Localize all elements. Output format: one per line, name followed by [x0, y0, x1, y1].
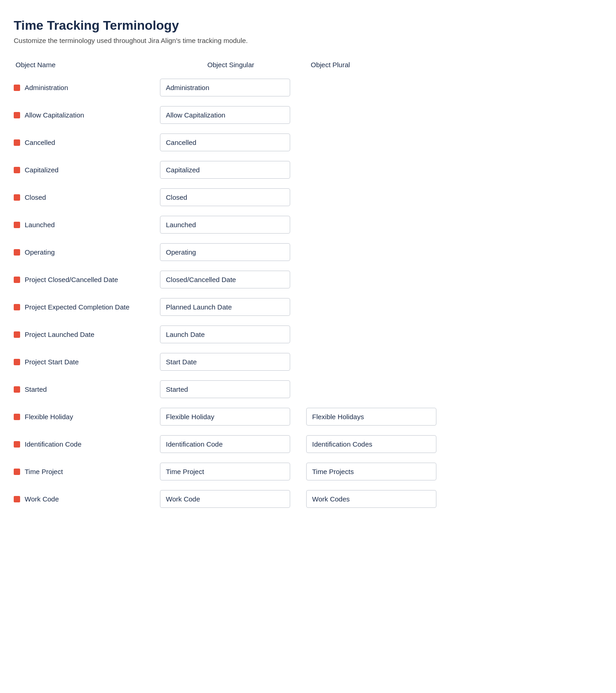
object-name-label-allow-capitalization: Allow Capitalization: [25, 111, 84, 119]
object-name-started: Started: [14, 385, 160, 393]
singular-cell-operating: [160, 243, 302, 261]
plural-cell-work-code: [302, 490, 443, 508]
plural-input-identification-code[interactable]: [306, 435, 436, 453]
object-name-label-identification-code: Identification Code: [25, 440, 81, 448]
object-name-closed: Closed: [14, 193, 160, 201]
singular-input-project-closed-cancelled-date[interactable]: [160, 271, 290, 288]
object-name-label-project-launched-date: Project Launched Date: [25, 331, 95, 338]
page-subtitle: Customize the terminology used throughou…: [14, 37, 602, 44]
singular-cell-project-start-date: [160, 353, 302, 371]
singular-input-identification-code[interactable]: [160, 435, 290, 453]
singular-cell-launched: [160, 216, 302, 234]
object-name-launched: Launched: [14, 221, 160, 229]
red-indicator-operating: [14, 249, 20, 256]
singular-input-project-start-date[interactable]: [160, 353, 290, 371]
singular-cell-project-closed-cancelled-date: [160, 271, 302, 288]
term-row-administration: Administration: [14, 74, 602, 101]
object-name-project-launched-date: Project Launched Date: [14, 331, 160, 338]
object-name-identification-code: Identification Code: [14, 440, 160, 448]
red-indicator-project-launched-date: [14, 331, 20, 338]
singular-input-project-expected-completion-date[interactable]: [160, 298, 290, 316]
object-name-project-start-date: Project Start Date: [14, 358, 160, 366]
object-name-label-flexible-holiday: Flexible Holiday: [25, 413, 73, 421]
red-indicator-capitalized: [14, 167, 20, 173]
object-name-project-closed-cancelled-date: Project Closed/Cancelled Date: [14, 276, 160, 283]
plural-input-work-code[interactable]: [306, 490, 436, 508]
red-indicator-flexible-holiday: [14, 414, 20, 420]
singular-cell-administration: [160, 79, 302, 96]
red-indicator-project-expected-completion-date: [14, 304, 20, 310]
red-indicator-closed: [14, 194, 20, 201]
term-row-identification-code: Identification Code: [14, 431, 602, 458]
object-name-label-operating: Operating: [25, 248, 55, 256]
object-name-project-expected-completion-date: Project Expected Completion Date: [14, 303, 160, 311]
singular-cell-started: [160, 380, 302, 398]
object-name-flexible-holiday: Flexible Holiday: [14, 413, 160, 421]
terms-list: AdministrationAllow CapitalizationCancel…: [14, 74, 602, 513]
singular-input-operating[interactable]: [160, 243, 290, 261]
term-row-started: Started: [14, 376, 602, 403]
term-row-closed: Closed: [14, 184, 602, 211]
plural-cell-identification-code: [302, 435, 443, 453]
red-indicator-project-closed-cancelled-date: [14, 277, 20, 283]
singular-cell-time-project: [160, 463, 302, 480]
term-row-cancelled: Cancelled: [14, 129, 602, 156]
red-indicator-launched: [14, 222, 20, 228]
term-row-project-closed-cancelled-date: Project Closed/Cancelled Date: [14, 266, 602, 293]
singular-input-allow-capitalization[interactable]: [160, 106, 290, 124]
object-name-work-code: Work Code: [14, 495, 160, 503]
singular-input-launched[interactable]: [160, 216, 290, 234]
singular-input-closed[interactable]: [160, 188, 290, 206]
singular-cell-capitalized: [160, 161, 302, 179]
term-row-allow-capitalization: Allow Capitalization: [14, 101, 602, 129]
singular-input-project-launched-date[interactable]: [160, 325, 290, 343]
term-row-project-launched-date: Project Launched Date: [14, 321, 602, 348]
singular-input-time-project[interactable]: [160, 463, 290, 480]
red-indicator-work-code: [14, 496, 20, 502]
singular-cell-allow-capitalization: [160, 106, 302, 124]
object-name-label-cancelled: Cancelled: [25, 139, 55, 146]
object-name-label-time-project: Time Project: [25, 468, 63, 475]
term-row-launched: Launched: [14, 211, 602, 239]
singular-input-administration[interactable]: [160, 79, 290, 96]
singular-cell-project-launched-date: [160, 325, 302, 343]
red-indicator-identification-code: [14, 441, 20, 448]
object-name-label-capitalized: Capitalized: [25, 166, 58, 174]
red-indicator-started: [14, 386, 20, 393]
red-indicator-time-project: [14, 469, 20, 475]
term-row-operating: Operating: [14, 239, 602, 266]
object-name-capitalized: Capitalized: [14, 166, 160, 174]
term-row-flexible-holiday: Flexible Holiday: [14, 403, 602, 431]
term-row-capitalized: Capitalized: [14, 156, 602, 184]
col-name-header: Object Name: [14, 59, 160, 70]
red-indicator-project-start-date: [14, 359, 20, 365]
singular-input-cancelled[interactable]: [160, 133, 290, 151]
term-row-time-project: Time Project: [14, 458, 602, 485]
singular-input-capitalized[interactable]: [160, 161, 290, 179]
object-name-label-launched: Launched: [25, 221, 55, 229]
plural-input-flexible-holiday[interactable]: [306, 408, 436, 426]
object-name-label-project-closed-cancelled-date: Project Closed/Cancelled Date: [25, 276, 118, 283]
col-plural-header: Object Plural: [302, 59, 443, 70]
object-name-operating: Operating: [14, 248, 160, 256]
object-name-label-project-expected-completion-date: Project Expected Completion Date: [25, 303, 129, 311]
singular-cell-flexible-holiday: [160, 408, 302, 426]
singular-cell-identification-code: [160, 435, 302, 453]
plural-input-time-project[interactable]: [306, 463, 436, 480]
term-row-work-code: Work Code: [14, 485, 602, 513]
page-title: Time Tracking Terminology: [14, 18, 602, 33]
singular-input-started[interactable]: [160, 380, 290, 398]
red-indicator-allow-capitalization: [14, 112, 20, 118]
object-name-allow-capitalization: Allow Capitalization: [14, 111, 160, 119]
object-name-time-project: Time Project: [14, 468, 160, 475]
object-name-label-closed: Closed: [25, 193, 46, 201]
singular-cell-cancelled: [160, 133, 302, 151]
object-name-label-project-start-date: Project Start Date: [25, 358, 79, 366]
singular-input-work-code[interactable]: [160, 490, 290, 508]
object-name-label-administration: Administration: [25, 84, 68, 91]
singular-cell-project-expected-completion-date: [160, 298, 302, 316]
object-name-administration: Administration: [14, 84, 160, 91]
singular-input-flexible-holiday[interactable]: [160, 408, 290, 426]
object-name-label-started: Started: [25, 385, 47, 393]
singular-cell-work-code: [160, 490, 302, 508]
